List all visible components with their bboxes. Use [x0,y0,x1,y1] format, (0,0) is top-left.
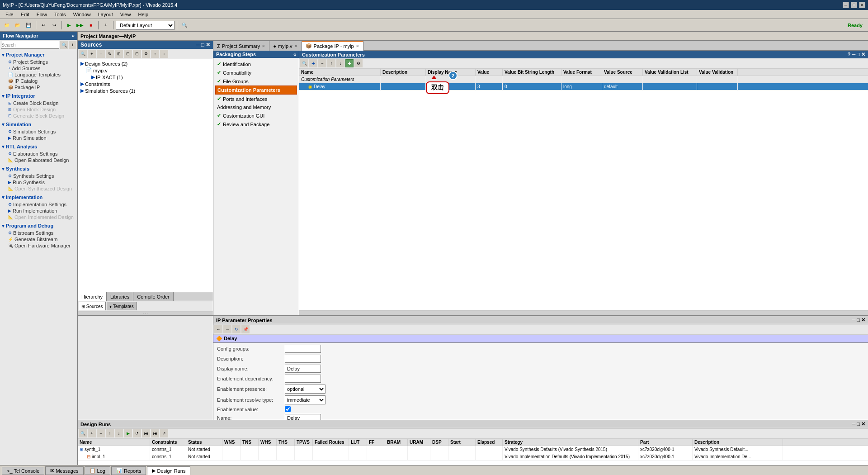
dr-search-btn[interactable]: 🔍 [79,429,87,437]
dr-maximize[interactable]: □ [857,421,860,427]
ip-param-refresh-btn[interactable]: ↻ [232,325,241,333]
sources-remove-btn[interactable]: − [97,50,105,58]
dr-row-impl1[interactable]: ⊟impl_1 constrs_1 Not started [78,453,868,461]
subtab-sources[interactable]: ⊞ Sources [79,302,106,310]
layout-dropdown[interactable]: Default Layout [116,21,175,30]
tab-myip-v[interactable]: ● myip.v ✕ [269,41,302,51]
dr-row-synth1[interactable]: ⊞synth_1 constrs_1 Not started [78,446,868,453]
dr-play-btn[interactable]: ▶ [124,429,132,437]
sources-filter-btn[interactable]: ⊟ [133,50,141,58]
tab-package-ip[interactable]: 📦 Package IP - myip ✕ [302,41,363,51]
sources-add-btn[interactable]: + [88,50,96,58]
menu-window[interactable]: Window [70,12,94,17]
pkg-step-customization-params[interactable]: Customization Parameters [215,86,297,95]
titlebar-controls[interactable]: ─ □ ✕ [843,2,865,8]
sources-collapse-btn[interactable]: ⊟ [124,50,132,58]
custom-add-row-btn[interactable]: + [309,59,317,67]
sources-down-btn[interactable]: ↓ [160,50,168,58]
sources-maximize-icon[interactable]: □ [201,42,204,48]
bottom-tab-design-runs[interactable]: ▶ Design Runs [147,466,190,475]
nav-open-implemented-design[interactable]: 📐 Open Implemented Design [0,214,77,220]
pkg-step-identification[interactable]: ✔ Identification [215,60,297,68]
ip-input-enablement-dep[interactable] [285,375,321,383]
undo-button[interactable]: ↩ [38,20,48,30]
ip-param-maximize[interactable]: □ [857,317,860,323]
tab-compile-order[interactable]: Compile Order [133,292,174,301]
section-implementation-header[interactable]: ▾ Implementation [0,194,77,201]
custom-table-scrollbar-h[interactable] [299,310,868,315]
custom-search-btn[interactable]: 🔍 [300,59,308,67]
ip-select-enablement-presence[interactable]: optional required [285,385,326,394]
ip-param-back-btn[interactable]: ← [214,325,222,333]
tab-hierarchy[interactable]: Hierarchy [78,292,107,301]
ip-param-forward-btn[interactable]: → [223,325,231,333]
nav-language-templates[interactable]: 📄 Language Templates [0,71,77,78]
custom-close-icon[interactable]: ✕ [861,52,865,57]
nav-add-sources[interactable]: + Add Sources [0,65,77,71]
nav-generate-block-design[interactable]: ⊡ Generate Block Design [0,113,77,119]
sources-close-icon[interactable]: ✕ [206,42,210,48]
new-project-button[interactable]: 📁 [2,20,12,30]
close-button[interactable]: ✕ [859,2,865,8]
tab-package-ip-close[interactable]: ✕ [356,44,359,48]
section-synthesis-header[interactable]: ▾ Synthesis [0,165,77,173]
bottom-tab-tcl-console[interactable]: >_ Tcl Console [2,467,44,475]
ct-delay-row[interactable]: ◉Delay Delay 3 0 long default [299,83,868,90]
dr-forward-btn[interactable]: ⏭ [151,429,159,437]
menu-view[interactable]: View [117,12,135,17]
custom-remove-row-btn[interactable]: − [318,59,326,67]
custom-minimize-icon[interactable]: ─ [852,52,856,57]
tree-ip-xact[interactable]: ▶ IP-XACT (1) [90,74,212,81]
custom-settings-btn[interactable]: ⚙ [354,59,363,67]
bottom-tab-log[interactable]: 📋 Log [85,466,110,475]
nav-simulation-settings[interactable]: ⚙ Simulation Settings [0,128,77,135]
menu-help[interactable]: Help [134,12,152,17]
search-button[interactable]: 🔍 [179,20,189,30]
custom-help-icon[interactable]: ? [848,52,851,57]
add-sources-button[interactable]: + [101,20,111,30]
nav-run-implementation[interactable]: ▶ Run Implementation [0,208,77,214]
tab-project-summary-close[interactable]: ✕ [262,44,265,48]
dr-minimize[interactable]: ─ [852,421,856,427]
bottom-tab-reports[interactable]: 📊 Reports [111,466,146,475]
flow-nav-search-input[interactable] [1,41,59,49]
dr-close[interactable]: ✕ [861,421,865,427]
menu-layout[interactable]: Layout [94,12,117,17]
dr-up-btn[interactable]: ↑ [106,429,114,437]
pkg-step-ports-interfaces[interactable]: ✔ Ports and Interfaces [215,95,297,103]
section-project-manager-header[interactable]: ▾ Project Manager [0,51,77,59]
menu-flow[interactable]: Flow [33,12,51,17]
ip-select-enablement-resolve[interactable]: immediate deferred [285,395,326,404]
tab-libraries[interactable]: Libraries [107,292,133,301]
section-simulation-header[interactable]: ▾ Simulation [0,121,77,128]
redo-button[interactable]: ↪ [49,20,59,30]
sources-minimize-icon[interactable]: ─ [196,42,200,48]
subtab-templates[interactable]: ▾ Templates [107,302,137,310]
tab-myip-v-close[interactable]: ✕ [294,44,298,48]
section-program-debug-header[interactable]: ▾ Program and Debug [0,222,77,230]
menu-tools[interactable]: Tools [51,12,70,17]
flow-nav-search-button[interactable]: 🔍 [60,41,68,49]
nav-open-block-design[interactable]: ⊟ Open Block Design [0,106,77,113]
nav-implementation-settings[interactable]: ⚙ Implementation Settings [0,201,77,208]
nav-create-block-design[interactable]: ⊞ Create Block Design [0,100,77,106]
nav-bitstream-settings[interactable]: ⚙ Bitstream Settings [0,230,77,236]
resize-handle-sources[interactable]: · · · [78,312,213,315]
section-ip-integrator-header[interactable]: ▾ IP Integrator [0,92,77,100]
tab-project-summary[interactable]: Σ Project Summary ✕ [213,41,269,51]
pkg-step-addressing-memory[interactable]: Addressing and Memory [215,103,297,111]
pkg-step-compatibility[interactable]: ✔ Compatibility [215,68,297,77]
dr-remove-btn[interactable]: − [97,429,105,437]
dr-export-btn[interactable]: ↗ [160,429,168,437]
tree-constraints[interactable]: ▶ Constraints [79,81,212,87]
nav-project-settings[interactable]: ⚙ Project Settings [0,59,77,65]
nav-run-simulation[interactable]: ▶ Run Simulation [0,135,77,141]
section-rtl-analysis-header[interactable]: ▾ RTL Analysis [0,143,77,151]
ip-param-minimize[interactable]: ─ [852,317,856,323]
flow-nav-add-button[interactable]: + [69,41,76,49]
nav-generate-bitstream[interactable]: ⚡ Generate Bitstream [0,236,77,242]
custom-maximize-icon[interactable]: □ [857,52,860,57]
pkg-add-plus-btn[interactable]: + [345,59,354,67]
sources-expand-btn[interactable]: ⊞ [115,50,123,58]
sources-search-btn[interactable]: 🔍 [79,50,87,58]
